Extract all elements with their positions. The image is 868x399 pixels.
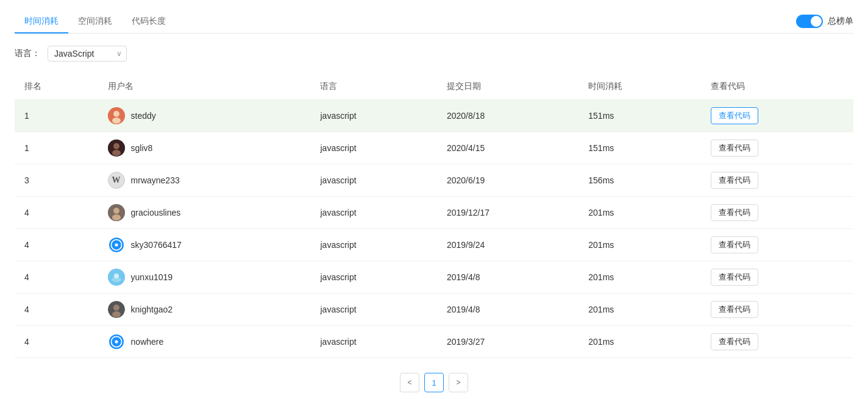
svg-point-14 [114,274,119,278]
view-code-button[interactable]: 查看代码 [711,301,758,318]
toggle-knob [811,16,822,27]
col-date: 提交日期 [437,74,578,100]
tab-space[interactable]: 空间消耗 [68,10,122,33]
table-row: 4 graciouslines javascript 2019/12/17 20… [15,197,853,229]
cell-code-btn: 查看代码 [701,100,853,132]
view-code-button[interactable]: 查看代码 [711,269,758,286]
prev-page-btn[interactable]: < [400,373,419,392]
avatar [108,204,125,221]
cell-date: 2020/4/15 [437,132,578,164]
pagination: < 1 > [15,373,853,399]
cell-time: 201ms [578,261,700,294]
username-text: steddy [131,111,156,121]
cell-username: sky30766417 [98,229,311,261]
page-1-label: 1 [432,378,436,387]
cell-rank: 4 [15,294,98,326]
cell-rank: 4 [15,197,98,229]
cell-username: steddy [98,100,311,132]
view-code-button[interactable]: 查看代码 [711,204,758,221]
svg-point-5 [112,150,121,156]
user-cell: yunxu1019 [108,269,301,286]
svg-point-4 [113,143,119,149]
cell-language: javascript [310,132,436,164]
page-1-btn[interactable]: 1 [424,373,444,392]
svg-point-17 [112,311,121,317]
cell-date: 2020/8/18 [437,100,578,132]
table-row: 4 nowhere javascript 2019/3/27 201ms 查看代… [15,326,853,358]
user-cell: knightgao2 [108,301,301,318]
cell-rank: 4 [15,229,98,261]
cell-username: graciouslines [98,197,311,229]
user-cell: sgliv8 [108,139,301,157]
cell-language: javascript [310,100,436,132]
tab-time[interactable]: 时间消耗 [15,10,68,33]
svg-point-16 [113,305,119,311]
cell-time: 201ms [578,197,700,229]
toggle-area: 总榜单 [796,15,853,28]
avatar [108,301,125,318]
lang-select-wrap: JavaScript Python Java C++ C Go [48,46,127,62]
user-cell: steddy [108,107,301,124]
leaderboard-table: 排名 用户名 语言 提交日期 时间消耗 查看代码 1 steddy javasc… [15,74,853,358]
cell-rank: 4 [15,326,98,358]
lang-select[interactable]: JavaScript Python Java C++ C Go [48,46,127,62]
user-cell: W mrwayne233 [108,172,301,189]
cell-date: 2020/6/19 [437,164,578,197]
cell-username: W mrwayne233 [98,164,311,197]
col-username: 用户名 [98,74,311,100]
user-cell: graciouslines [108,204,301,221]
svg-point-2 [112,118,121,124]
cell-rank: 1 [15,100,98,132]
cell-code-btn: 查看代码 [701,294,853,326]
table-row: 4 yunxu1019 javascript 2019/4/8 201ms 查看… [15,261,853,294]
page-container: 时间消耗 空间消耗 代码长度 总榜单 语言： JavaScript Python… [0,0,868,399]
svg-point-8 [112,214,121,221]
cell-username: knightgao2 [98,294,311,326]
avatar [108,236,125,253]
cell-time: 201ms [578,326,700,358]
table-row: 4 sky30766417 javascript 2019/9/24 201ms… [15,229,853,261]
cell-username: nowhere [98,326,311,358]
cell-language: javascript [310,294,436,326]
table-row: 4 knightgao2 javascript 2019/4/8 201ms 查… [15,294,853,326]
view-code-button[interactable]: 查看代码 [711,236,758,253]
username-text: knightgao2 [131,305,173,314]
cell-code-btn: 查看代码 [701,197,853,229]
cell-language: javascript [310,261,436,294]
cell-code-btn: 查看代码 [701,164,853,197]
table-body: 1 steddy javascript 2020/8/18 151ms 查看代码… [15,100,853,358]
username-text: nowhere [131,337,164,347]
view-code-button[interactable]: 查看代码 [711,172,758,189]
next-page-btn[interactable]: > [449,373,468,392]
tab-codelen[interactable]: 代码长度 [122,10,176,33]
cell-language: javascript [310,326,436,358]
avatar [108,269,125,286]
toggle-label: 总榜单 [828,16,853,27]
avatar [108,333,125,350]
svg-point-20 [115,340,118,343]
cell-time: 201ms [578,294,700,326]
table-row: 3 W mrwayne233 javascript 2020/6/19 156m… [15,164,853,197]
table-header-row: 排名 用户名 语言 提交日期 时间消耗 查看代码 [15,74,853,100]
cell-language: javascript [310,229,436,261]
cell-date: 2019/12/17 [437,197,578,229]
cell-time: 151ms [578,132,700,164]
tabs-bar: 时间消耗 空间消耗 代码长度 总榜单 [15,10,853,34]
avatar [108,139,125,157]
user-cell: nowhere [108,333,301,350]
cell-time: 151ms [578,100,700,132]
user-cell: sky30766417 [108,236,301,253]
cell-code-btn: 查看代码 [701,229,853,261]
total-toggle[interactable] [796,15,823,28]
svg-point-1 [113,111,119,117]
avatar: W [108,172,125,189]
view-code-button[interactable]: 查看代码 [711,139,758,157]
col-language: 语言 [310,74,436,100]
view-code-button[interactable]: 查看代码 [711,107,758,124]
view-code-button[interactable]: 查看代码 [711,333,758,350]
cell-time: 156ms [578,164,700,197]
username-text: yunxu1019 [131,272,173,282]
col-time: 时间消耗 [578,74,700,100]
table-row: 1 sgliv8 javascript 2020/4/15 151ms 查看代码 [15,132,853,164]
cell-username: yunxu1019 [98,261,311,294]
